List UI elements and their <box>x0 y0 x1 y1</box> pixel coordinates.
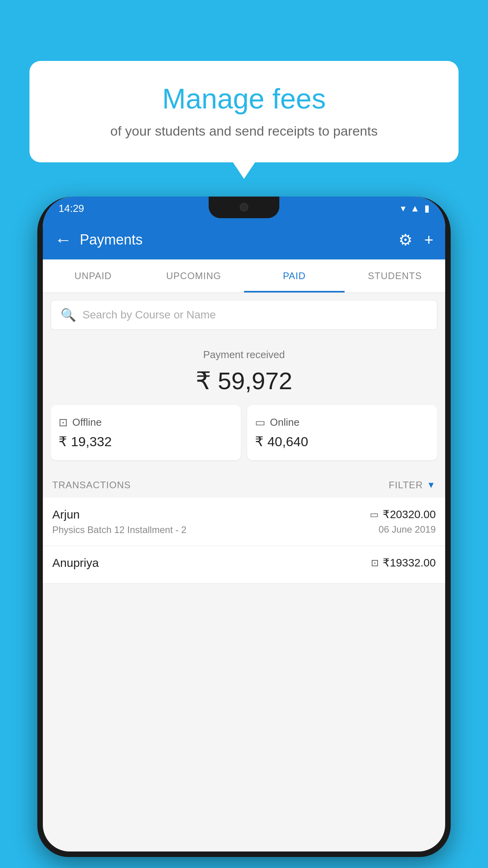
tab-paid[interactable]: PAID <box>244 259 345 292</box>
transaction-left: Anupriya <box>52 556 371 573</box>
camera <box>240 203 248 211</box>
signal-icon: ▲ <box>410 203 420 214</box>
phone-frame: 14:29 ▾ ▲ ▮ ← Payments ⚙ + <box>37 197 451 857</box>
speech-bubble-container: Manage fees of your students and send re… <box>29 61 459 162</box>
notch <box>209 197 279 218</box>
search-placeholder: Search by Course or Name <box>83 309 216 321</box>
search-container: 🔍 Search by Course or Name <box>43 293 445 337</box>
payment-summary: Payment received ₹ 59,972 ⊡ Offline ₹ 19… <box>43 337 445 470</box>
transactions-list: Arjun Physics Batch 12 Installment - 2 ▭… <box>43 498 445 583</box>
online-card-header: ▭ Online <box>255 416 429 429</box>
online-label: Online <box>270 416 299 428</box>
speech-bubble: Manage fees of your students and send re… <box>29 61 459 162</box>
online-icon: ▭ <box>255 416 265 429</box>
table-row[interactable]: Anupriya ⊡ ₹19332.00 <box>43 546 445 583</box>
payment-cards: ⊡ Offline ₹ 19,332 ▭ Online ₹ 40,640 <box>51 405 437 460</box>
battery-icon: ▮ <box>424 203 429 214</box>
filter-button[interactable]: FILTER ▼ <box>389 480 436 491</box>
wifi-icon: ▾ <box>401 203 405 214</box>
bubble-subtitle: of your students and send receipts to pa… <box>53 123 435 139</box>
status-icons: ▾ ▲ ▮ <box>401 203 429 214</box>
settings-icon[interactable]: ⚙ <box>398 231 413 249</box>
payment-received-label: Payment received <box>51 349 437 361</box>
offline-label: Offline <box>72 416 102 428</box>
add-icon[interactable]: + <box>424 231 433 249</box>
search-icon: 🔍 <box>61 307 76 322</box>
app-bar-actions: ⚙ + <box>398 231 433 249</box>
offline-amount: ₹ 19,332 <box>59 434 233 449</box>
payment-total-amount: ₹ 59,972 <box>51 366 437 395</box>
offline-card-header: ⊡ Offline <box>59 416 233 429</box>
search-bar[interactable]: 🔍 Search by Course or Name <box>51 300 437 330</box>
transaction-date: 06 June 2019 <box>370 524 436 535</box>
phone-container: 14:29 ▾ ▲ ▮ ← Payments ⚙ + <box>37 197 451 868</box>
transaction-right: ⊡ ₹19332.00 <box>371 556 436 572</box>
app-bar-title: Payments <box>80 232 398 248</box>
transaction-amount: ₹19332.00 <box>383 556 436 569</box>
table-row[interactable]: Arjun Physics Batch 12 Installment - 2 ▭… <box>43 498 445 546</box>
app-bar: ← Payments ⚙ + <box>43 220 445 259</box>
transaction-amount: ₹20320.00 <box>383 508 436 521</box>
transaction-desc: Physics Batch 12 Installment - 2 <box>52 524 370 535</box>
offline-icon: ⊡ <box>59 416 68 429</box>
transaction-amount-row: ▭ ₹20320.00 <box>370 508 436 521</box>
status-bar: 14:29 ▾ ▲ ▮ <box>43 197 445 220</box>
tab-students[interactable]: STUDENTS <box>345 259 445 292</box>
offline-card: ⊡ Offline ₹ 19,332 <box>51 405 241 460</box>
bubble-title: Manage fees <box>53 83 435 115</box>
back-button[interactable]: ← <box>55 230 72 250</box>
online-payment-icon: ▭ <box>370 509 379 520</box>
online-amount: ₹ 40,640 <box>255 434 429 449</box>
phone-screen: 14:29 ▾ ▲ ▮ ← Payments ⚙ + <box>43 197 445 851</box>
tab-unpaid[interactable]: UNPAID <box>43 259 143 292</box>
tabs-bar: UNPAID UPCOMING PAID STUDENTS <box>43 259 445 293</box>
tab-upcoming[interactable]: UPCOMING <box>143 259 244 292</box>
filter-label: FILTER <box>389 480 423 491</box>
offline-payment-icon: ⊡ <box>371 557 379 568</box>
filter-icon: ▼ <box>427 480 436 490</box>
transaction-right: ▭ ₹20320.00 06 June 2019 <box>370 508 436 535</box>
online-card: ▭ Online ₹ 40,640 <box>247 405 437 460</box>
transaction-amount-row: ⊡ ₹19332.00 <box>371 556 436 569</box>
transaction-name: Arjun <box>52 508 370 521</box>
transaction-left: Arjun Physics Batch 12 Installment - 2 <box>52 508 370 535</box>
transaction-name: Anupriya <box>52 556 371 570</box>
transactions-label: TRANSACTIONS <box>52 480 131 491</box>
status-time: 14:29 <box>59 202 84 215</box>
transactions-header: TRANSACTIONS FILTER ▼ <box>43 470 445 498</box>
